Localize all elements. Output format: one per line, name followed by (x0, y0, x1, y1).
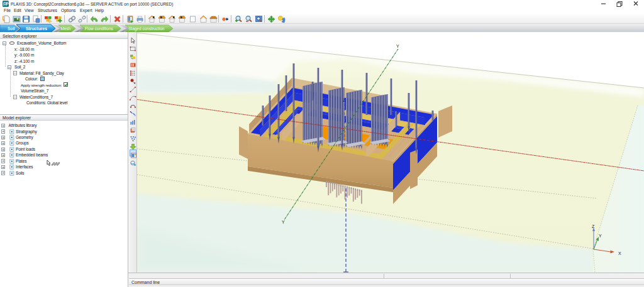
svg-text:Z: Z (343, 98, 346, 102)
svg-text:Y: Y (282, 220, 285, 224)
svg-text:Y: Y (599, 234, 602, 238)
svg-text:Mesh: Mesh (61, 26, 71, 31)
svg-text:Soil: Soil (8, 26, 15, 31)
svg-text:Z: Z (592, 224, 595, 229)
svg-text:Staged construction: Staged construction (128, 26, 165, 31)
svg-text:X: X (618, 251, 621, 256)
svg-text:Y: Y (396, 44, 399, 48)
svg-text:Flow conditions: Flow conditions (85, 26, 114, 31)
svg-text:Structures: Structures (26, 26, 47, 31)
